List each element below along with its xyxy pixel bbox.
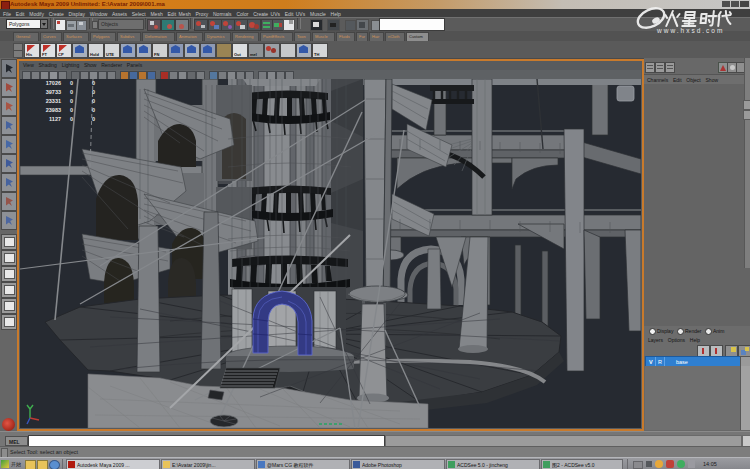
svg-text:www.hxsd.com: www.hxsd.com [656,27,724,34]
